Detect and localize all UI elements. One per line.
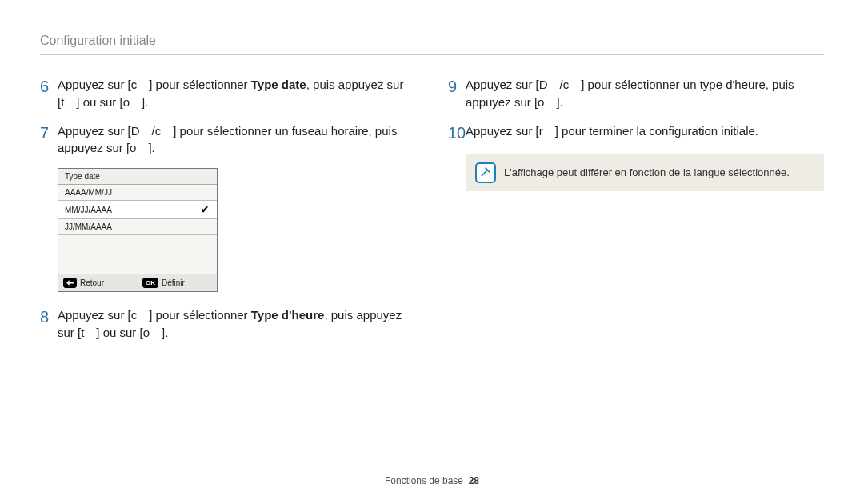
step-number: 10 bbox=[448, 122, 466, 143]
lcd-row-0: AAAA/MM/JJ bbox=[58, 185, 217, 201]
lcd-title: Type date bbox=[58, 169, 217, 185]
step-7: 7 Appuyez sur [D /c ] pour sélectionner … bbox=[40, 122, 416, 158]
step-text-pre: Appuyez sur [c ] pour sélectionner bbox=[58, 308, 251, 322]
lcd-footer: Retour OK Définir bbox=[58, 274, 217, 291]
check-icon: ✔ bbox=[201, 204, 210, 215]
lcd-back-button: Retour bbox=[58, 274, 138, 291]
lcd-row-2: JJ/MM/AAAA bbox=[58, 219, 217, 235]
step-text: Appuyez sur [D /c ] pour sélectionner un… bbox=[466, 76, 824, 111]
step-text: Appuyez sur [D /c ] pour sélectionner un… bbox=[58, 122, 416, 158]
step-6: 6 Appuyez sur [c ] pour sélectionner Typ… bbox=[40, 76, 416, 111]
lcd-ok-button: OK Définir bbox=[138, 274, 217, 291]
step-text: Appuyez sur [r ] pour terminer la config… bbox=[466, 122, 758, 140]
page-root: Configuration initiale 6 Appuyez sur [c … bbox=[0, 0, 864, 504]
lcd-row-1: MM/JJ/AAAA ✔ bbox=[58, 201, 217, 219]
step-10: 10 Appuyez sur [r ] pour terminer la con… bbox=[448, 122, 824, 143]
step-text: Appuyez sur [c ] pour sélectionner Type … bbox=[58, 306, 416, 342]
lcd-row-label: JJ/MM/AAAA bbox=[65, 222, 112, 231]
content-columns: 6 Appuyez sur [c ] pour sélectionner Typ… bbox=[40, 76, 824, 353]
page-footer: Fonctions de base 28 bbox=[0, 475, 864, 486]
note-text: L'affichage peut différer en fonction de… bbox=[504, 166, 790, 178]
step-text-pre: Appuyez sur [c ] pour sélectionner bbox=[58, 78, 251, 91]
footer-section: Fonctions de base bbox=[385, 475, 463, 486]
lcd-row-label: AAAA/MM/JJ bbox=[65, 188, 112, 197]
step-text-bold: Type d'heure bbox=[251, 308, 325, 322]
left-column: 6 Appuyez sur [c ] pour sélectionner Typ… bbox=[40, 76, 416, 353]
lcd-row-label: MM/JJ/AAAA bbox=[65, 206, 112, 214]
right-column: 9 Appuyez sur [D /c ] pour sélectionner … bbox=[448, 76, 824, 353]
step-text-bold: Type date bbox=[251, 78, 306, 91]
step-9: 9 Appuyez sur [D /c ] pour sélectionner … bbox=[448, 76, 824, 111]
step-8: 8 Appuyez sur [c ] pour sélectionner Typ… bbox=[40, 306, 416, 342]
header-title: Configuration initiale bbox=[40, 34, 156, 47]
back-arrow-icon bbox=[63, 278, 77, 288]
page-header: Configuration initiale bbox=[40, 34, 824, 55]
lcd-blank-area bbox=[58, 235, 217, 274]
ok-badge-icon: OK bbox=[142, 278, 158, 288]
step-text: Appuyez sur [c ] pour sélectionner Type … bbox=[58, 76, 416, 111]
lcd-back-label: Retour bbox=[80, 278, 104, 287]
note-icon bbox=[475, 162, 496, 183]
lcd-ok-label: Définir bbox=[162, 278, 185, 287]
step-number: 9 bbox=[448, 76, 466, 97]
step-number: 6 bbox=[40, 76, 58, 97]
lcd-screenshot: Type date AAAA/MM/JJ MM/JJ/AAAA ✔ JJ/MM/… bbox=[58, 168, 218, 292]
footer-page-number: 28 bbox=[469, 475, 479, 486]
step-number: 7 bbox=[40, 122, 58, 143]
note-box: L'affichage peut différer en fonction de… bbox=[466, 154, 824, 191]
step-number: 8 bbox=[40, 306, 58, 327]
